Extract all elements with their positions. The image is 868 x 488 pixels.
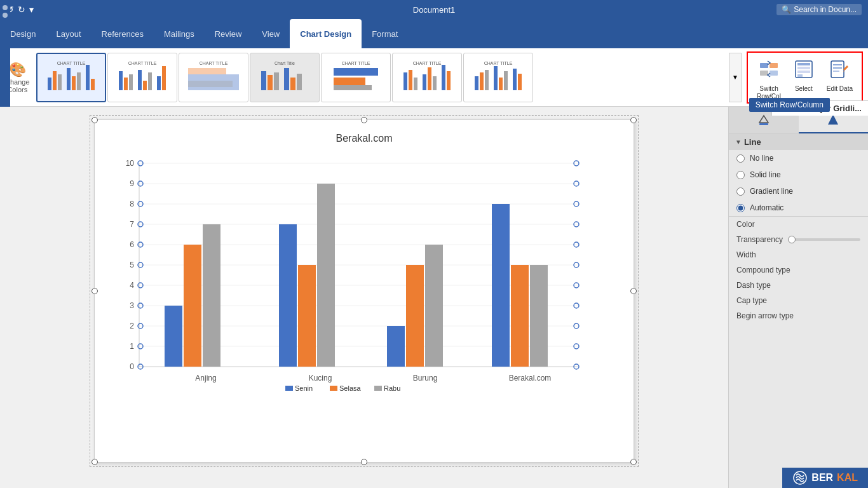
svg-text:1: 1 <box>130 342 134 351</box>
svg-text:10: 10 <box>126 159 135 168</box>
chart-container[interactable]: Berakal.com 0 1 <box>94 119 634 463</box>
tab-review[interactable]: Review <box>205 19 252 48</box>
resize-handle-bottom[interactable] <box>361 459 367 465</box>
line-section-header: ▼ Line <box>729 134 868 150</box>
svg-rect-34 <box>403 72 407 90</box>
svg-rect-24 <box>268 75 273 90</box>
dash-type-label: Dash type <box>736 281 771 290</box>
chart-title: Berakal.com <box>107 133 621 144</box>
tab-references[interactable]: References <box>92 19 154 48</box>
svg-rect-37 <box>423 74 426 90</box>
svg-rect-38 <box>428 67 431 90</box>
tab-layout[interactable]: Layout <box>46 19 91 48</box>
svg-rect-47 <box>499 78 503 90</box>
resize-handle-tr[interactable] <box>630 117 637 123</box>
svg-rect-45 <box>485 70 489 90</box>
main-area: Berakal.com 0 1 <box>0 107 868 488</box>
tab-chart-design[interactable]: Chart Design <box>290 19 362 48</box>
resize-handle-tl[interactable] <box>92 117 98 123</box>
gradient-line-label: Gradient line <box>750 187 793 196</box>
svg-rect-126 <box>285 386 293 391</box>
chart-thumbnail-7: CHART TITLE <box>470 58 527 97</box>
chart-thumbnail-4: Chart Title <box>256 58 313 97</box>
svg-text:3: 3 <box>130 301 134 310</box>
svg-marker-133 <box>828 114 838 125</box>
automatic-row: Automatic <box>729 200 868 216</box>
edit-data-button[interactable]: Edit Data <box>822 57 858 95</box>
gradient-line-row: Gradient line <box>729 183 868 200</box>
svg-rect-56 <box>797 63 810 65</box>
resize-handle-br[interactable] <box>630 459 637 465</box>
svg-rect-112 <box>203 224 220 367</box>
color-label: Color <box>736 220 755 229</box>
svg-rect-35 <box>409 70 412 90</box>
tab-view[interactable]: View <box>252 19 290 48</box>
gallery-item-5[interactable]: CHART TITLE <box>321 53 391 102</box>
colors-label: Colors <box>7 86 27 93</box>
svg-rect-58 <box>797 71 810 73</box>
select-label: Select <box>795 85 813 93</box>
resize-handle-left[interactable] <box>92 288 98 294</box>
svg-rect-61 <box>833 64 842 65</box>
svg-rect-30 <box>334 68 378 76</box>
svg-text:7: 7 <box>130 220 134 229</box>
chart-thumbnail-2: CHART TITLE <box>114 58 171 97</box>
edit-data-icon <box>829 59 850 84</box>
svg-rect-132 <box>759 123 768 125</box>
svg-rect-59 <box>797 74 803 77</box>
watermark-icon <box>792 470 808 485</box>
watermark-text: BER <box>811 472 833 484</box>
svg-rect-116 <box>317 184 335 367</box>
svg-rect-17 <box>162 66 166 90</box>
svg-rect-25 <box>274 72 279 90</box>
begin-arrow-row: Begin arrow type <box>729 308 868 323</box>
watermark-accent: KAL <box>837 472 858 484</box>
gallery-item-4[interactable]: Chart Title <box>250 53 320 102</box>
gallery-item-6[interactable]: CHART TITLE <box>392 53 462 102</box>
svg-rect-15 <box>148 72 152 90</box>
line-arrow: ▼ <box>735 139 742 146</box>
switch-row-col-button[interactable]: SwitchRow/Col <box>752 57 786 103</box>
solid-line-radio[interactable] <box>736 171 745 179</box>
gallery-scroll-down[interactable]: ▼ <box>729 53 742 102</box>
switch-section: SwitchRow/Col Select <box>747 51 863 104</box>
switch-svg <box>759 59 779 79</box>
svg-rect-41 <box>447 71 451 90</box>
automatic-radio[interactable] <box>736 204 745 212</box>
svg-rect-4 <box>67 68 71 90</box>
svg-rect-7 <box>86 65 90 90</box>
resize-handle-top[interactable] <box>361 117 367 123</box>
search-placeholder: Search in Docun... <box>794 5 857 14</box>
tab-mailings[interactable]: Mailings <box>154 19 205 48</box>
svg-rect-10 <box>119 71 123 90</box>
resize-handle-bl[interactable] <box>92 459 98 465</box>
svg-text:9: 9 <box>130 179 134 188</box>
resize-handle-right[interactable] <box>630 288 637 294</box>
no-line-radio[interactable] <box>736 154 745 163</box>
gallery-item-2[interactable]: CHART TITLE <box>107 53 177 102</box>
transparency-track[interactable] <box>788 238 860 241</box>
qa-dropdown[interactable]: ▾ <box>29 4 34 15</box>
svg-rect-16 <box>157 76 161 90</box>
edit-data-label: Edit Data <box>827 85 853 93</box>
svg-rect-44 <box>480 72 484 90</box>
gradient-line-radio[interactable] <box>736 187 745 196</box>
transparency-thumb[interactable] <box>788 236 796 243</box>
tab-format[interactable]: Format <box>362 19 408 48</box>
chart-thumbnail-3: CHART TITLE <box>185 58 242 97</box>
search-area[interactable]: 🔍 Search in Docun... <box>776 4 862 15</box>
svg-rect-12 <box>129 74 133 90</box>
transparency-label: Transparency <box>736 235 783 244</box>
svg-rect-11 <box>124 78 128 90</box>
gallery-item-3[interactable]: CHART TITLE <box>179 53 248 102</box>
document-area: Berakal.com 0 1 <box>0 107 728 488</box>
svg-rect-118 <box>387 326 405 367</box>
redo-button[interactable]: ↻ <box>18 4 25 15</box>
svg-rect-110 <box>165 306 182 367</box>
svg-rect-122 <box>492 204 510 367</box>
gallery-item-7[interactable]: CHART TITLE <box>463 53 533 102</box>
select-data-button[interactable]: Select <box>789 57 819 95</box>
bar-chart-svg: 0 1 2 3 4 5 6 7 8 9 10 <box>107 151 603 392</box>
svg-text:CHART TITLE: CHART TITLE <box>484 61 512 65</box>
gallery-item-1[interactable]: CHART TITLE <box>36 53 106 102</box>
